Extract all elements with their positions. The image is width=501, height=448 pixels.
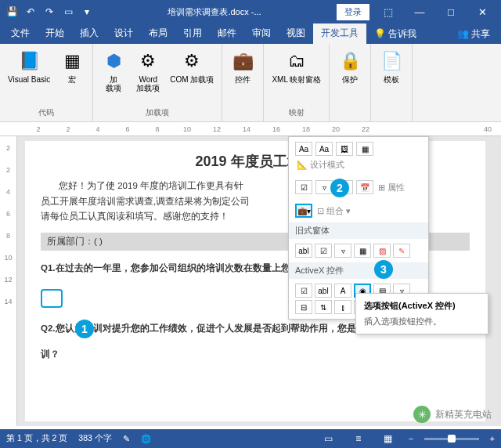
ribbon-tabs: 文件 开始 插入 设计 布局 引用 邮件 审阅 视图 开发工具 💡 告诉我 👥 … <box>0 23 501 44</box>
visual-basic-icon: 📘 <box>16 49 41 74</box>
maximize-icon[interactable]: □ <box>435 0 467 23</box>
word-addins-button[interactable]: ⚙ Word 加载项 <box>132 47 164 94</box>
xml-mapping-button[interactable]: 🗂 XML 映射窗格 <box>269 47 324 85</box>
callout-2: 2 <box>330 179 349 197</box>
activex-scrollbar-icon[interactable]: ⫿ <box>334 300 351 314</box>
protect-button[interactable]: 🔒 保护 <box>334 47 366 85</box>
print-layout-icon[interactable]: ≡ <box>349 431 368 446</box>
tab-home[interactable]: 开始 <box>38 23 72 44</box>
redo-icon[interactable]: ↷ <box>41 3 58 20</box>
share-button[interactable]: 👥 共享 <box>449 24 498 44</box>
quick-access-toolbar: 💾 ↶ ↷ ▭ ▾ <box>3 3 96 20</box>
controls-icon: 💼 <box>230 49 255 74</box>
macros-button[interactable]: ▦ 宏 <box>56 47 88 85</box>
legacy-shading-icon[interactable]: ▨ <box>373 244 391 258</box>
callout-3: 3 <box>374 260 393 279</box>
status-bar: 第 1 页，共 2 页 383 个字 ✎ 🌐 ▭ ≡ ▦ − + <box>0 429 501 448</box>
legacy-tools-button[interactable]: 💼▾ <box>295 204 312 218</box>
new-icon[interactable]: ▭ <box>59 3 77 20</box>
tooltip-body: 插入选项按钮控件。 <box>364 316 480 327</box>
group-code: 📘 Visual Basic ▦ 宏 代码 <box>0 44 93 121</box>
group-addins: ⬢ 加 载项 ⚙ Word 加载项 ⚙ COM 加载项 加载项 <box>93 44 222 121</box>
com-addins-button[interactable]: ⚙ COM 加载项 <box>167 47 217 85</box>
macros-icon: ▦ <box>59 49 85 74</box>
question-2-cont: 训？ <box>41 348 470 361</box>
tab-layout[interactable]: 布局 <box>141 23 175 44</box>
picture-control-icon[interactable]: 🖼 <box>336 142 353 156</box>
addins-icon: ⬢ <box>101 49 126 74</box>
language-icon[interactable]: 🌐 <box>141 434 151 444</box>
visual-basic-button[interactable]: 📘 Visual Basic <box>5 47 53 85</box>
spellcheck-icon[interactable]: ✎ <box>123 434 130 443</box>
legacy-checkbox-icon[interactable]: ☑ <box>315 244 332 258</box>
zoom-in-icon[interactable]: + <box>490 434 495 443</box>
watermark: ✳ 新精英充电站 <box>413 406 492 423</box>
zoom-slider[interactable] <box>424 438 479 440</box>
tab-review[interactable]: 审阅 <box>244 23 279 44</box>
xml-mapping-icon: 🗂 <box>284 49 309 74</box>
open-icon[interactable]: ▾ <box>78 3 96 20</box>
undo-icon[interactable]: ↶ <box>22 3 39 20</box>
activex-checkbox-icon[interactable]: ☑ <box>295 284 312 298</box>
tab-mailings[interactable]: 邮件 <box>210 23 244 44</box>
addins-button[interactable]: ⬢ 加 载项 <box>98 47 129 94</box>
legacy-frame-icon[interactable]: ▦ <box>354 244 371 258</box>
minimize-icon[interactable]: ― <box>404 0 435 23</box>
legacy-combobox-icon[interactable]: ▿ <box>334 244 351 258</box>
close-icon[interactable]: ✕ <box>467 0 498 23</box>
activex-textbox-icon[interactable]: abl <box>315 284 332 298</box>
window-controls: ⬚ ― □ ✕ <box>373 0 498 23</box>
zoom-out-icon[interactable]: − <box>409 434 413 443</box>
ruler-vertical[interactable]: 2 2 4 6 8 10 12 14 <box>0 136 17 426</box>
tab-insert[interactable]: 插入 <box>72 23 106 44</box>
ribbon-options-icon[interactable]: ⬚ <box>373 0 404 23</box>
callout-1: 1 <box>75 320 94 338</box>
legacy-forms-grid: abl ☑ ▿ ▦ ▨ ✎ <box>289 239 428 262</box>
word-addins-icon: ⚙ <box>135 49 160 74</box>
controls-dropdown: Aa Aa 🖼 ▦ 📐 设计模式 ☑ ▿ ▿ 📅 ⊞ 属性 💼▾ ⊡ 组合 ▾ … <box>288 136 429 320</box>
web-layout-icon[interactable]: ▦ <box>379 431 398 446</box>
building-block-icon[interactable]: ▦ <box>356 142 373 156</box>
rich-text-icon[interactable]: Aa <box>295 142 312 156</box>
tab-file[interactable]: 文件 <box>3 23 38 44</box>
legacy-textbox-icon[interactable]: abl <box>295 244 312 258</box>
tab-references[interactable]: 引用 <box>175 23 210 44</box>
document-title: 培训需求调查表.docx -... <box>96 6 333 18</box>
tab-developer[interactable]: 开发工具 <box>313 23 366 44</box>
legacy-reset-icon[interactable]: ✎ <box>393 244 410 258</box>
save-icon[interactable]: 💾 <box>3 3 20 20</box>
activex-controls-header: ActiveX 控件 <box>289 262 428 279</box>
tab-design[interactable]: 设计 <box>106 23 141 44</box>
group-mapping: 🗂 XML 映射窗格 映射 <box>264 44 330 121</box>
group-controls: 💼 控件 <box>222 44 264 121</box>
page-count[interactable]: 第 1 页，共 2 页 <box>6 433 67 444</box>
template-button[interactable]: 📄 模板 <box>376 47 407 85</box>
option-button-control[interactable] <box>41 289 63 308</box>
tooltip-title: 选项按钮(ActiveX 控件) <box>364 300 480 312</box>
activex-commandbutton-icon[interactable]: A <box>334 284 351 298</box>
checkbox-control-icon[interactable]: ☑ <box>295 180 312 194</box>
group-mapping-label: 映射 <box>269 106 324 120</box>
group-addins-label: 加载项 <box>98 106 217 120</box>
tell-me[interactable]: 💡 告诉我 <box>366 24 424 44</box>
ribbon: 📘 Visual Basic ▦ 宏 代码 ⬢ 加 载项 ⚙ Word 加载项 … <box>0 44 501 122</box>
ruler-horizontal[interactable]: 224681012141618202240 <box>0 122 501 136</box>
read-mode-icon[interactable]: ▭ <box>319 431 338 446</box>
activex-spin-icon[interactable]: ⇅ <box>315 300 332 314</box>
properties-button[interactable]: ⊞ 属性 <box>378 182 405 193</box>
group-button[interactable]: ⊡ 组合 ▾ <box>317 205 351 217</box>
date-control-icon[interactable]: 📅 <box>356 180 373 194</box>
com-addins-icon: ⚙ <box>179 49 204 74</box>
title-bar: 💾 ↶ ↷ ▭ ▾ 培训需求调查表.docx -... 登录 ⬚ ― □ ✕ <box>0 0 501 23</box>
tooltip: 选项按钮(ActiveX 控件) 插入选项按钮控件。 <box>355 293 488 334</box>
login-button[interactable]: 登录 <box>337 4 369 20</box>
activex-toggle-icon[interactable]: ⊟ <box>295 300 312 314</box>
legacy-forms-header: 旧式窗体 <box>289 222 428 239</box>
group-template: 📄 模板 <box>371 44 413 121</box>
plain-text-icon[interactable]: Aa <box>315 142 333 156</box>
tab-view[interactable]: 视图 <box>279 23 313 44</box>
design-mode-button[interactable]: 📐 设计模式 <box>297 159 344 171</box>
wechat-icon: ✳ <box>413 406 431 423</box>
word-count[interactable]: 383 个字 <box>78 433 111 444</box>
controls-button[interactable]: 💼 控件 <box>227 47 258 85</box>
